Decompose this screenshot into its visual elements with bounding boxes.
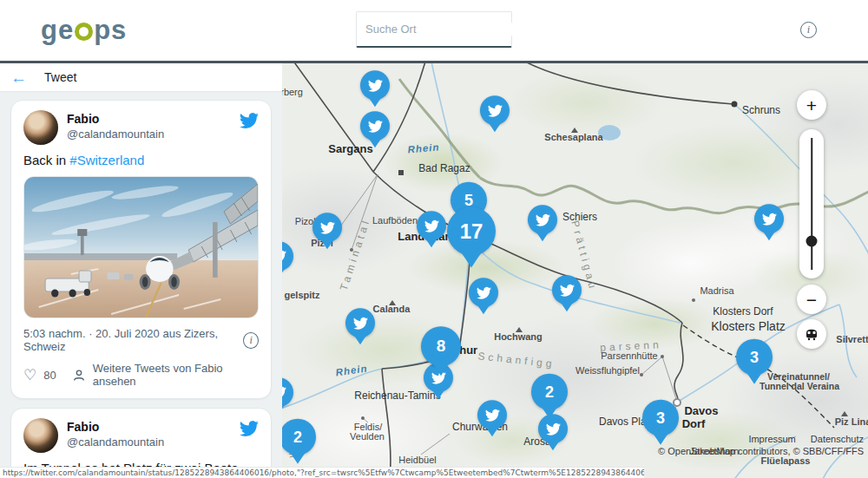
tweet-pin-marker[interactable] [480, 95, 510, 125]
hashtag-link[interactable]: #Switzerland [69, 153, 144, 167]
impressum-link[interactable]: Impressum [748, 434, 795, 444]
map-label: Calanda [373, 304, 411, 314]
map-label: Silvretta [836, 334, 868, 344]
map-label: Weissfluhgipfel [575, 365, 640, 376]
map-label: erberg [282, 87, 303, 97]
tweet-pin-marker[interactable] [345, 308, 375, 337]
map-label: Hochwang [494, 331, 542, 342]
info-button[interactable]: i [800, 22, 817, 38]
cluster-count: 2 [545, 383, 554, 401]
tweet-author-name: Fabio [67, 112, 231, 128]
tweet-pin-marker[interactable] [552, 275, 582, 304]
tweet-pin-marker[interactable] [417, 211, 446, 240]
tweet-sidebar: ← Tweet Fabio @calandamountain Back in #… [0, 63, 282, 478]
tweet-card: Fabio @calandamountain Back in #Switzerl… [10, 100, 272, 399]
link-preview-statusbar: https://twitter.com/calandamountain/stat… [0, 467, 644, 478]
tweet-pin-marker[interactable] [469, 278, 498, 307]
map-canvas[interactable]: erbergSargansRheinBad RagazSchesaplanaSc… [282, 63, 868, 478]
dot-symbol [692, 298, 695, 302]
map-label: Klosters Dorf [713, 305, 773, 318]
tweet-author-handle: @calandamountain [67, 128, 231, 141]
more-tweets-link[interactable]: Weitere Tweets von Fabio ansehen [93, 362, 259, 388]
train-layer-button[interactable] [797, 319, 826, 349]
map-label: Sargans [328, 142, 372, 155]
sidebar-header: ← Tweet [0, 63, 282, 92]
tweet-text: Back in #Switzerland [23, 153, 259, 167]
tweet-cluster-marker[interactable]: 2 [531, 374, 568, 410]
map-label: Reichenau-Tamins [354, 390, 440, 402]
dark-dot-symbol [732, 101, 738, 108]
map-attribution: Impressum Datenschutz © OpenStreetMap co… [658, 434, 864, 456]
cluster-count: 8 [437, 337, 446, 356]
map-label: Schesaplana [544, 132, 602, 142]
cluster-count: 3 [656, 409, 665, 427]
tweet-info-icon[interactable]: i [243, 332, 259, 349]
place-search-box[interactable] [356, 11, 512, 48]
follow-person-icon [72, 368, 86, 383]
train-icon [804, 326, 819, 342]
zoom-out-button[interactable]: − [797, 285, 826, 314]
zoom-slider-handle[interactable] [806, 236, 818, 247]
tweet-cluster-marker[interactable]: 8 [421, 326, 461, 366]
map-label: Madrisa [700, 285, 733, 296]
copyright-text: © OpenStreetMap contributors, © SBB/CFF/… [658, 446, 864, 456]
datenschutz-link[interactable]: Datenschutz [811, 434, 864, 444]
map-label: Bad Ragaz [418, 162, 470, 174]
tweet-pin-marker[interactable] [360, 70, 390, 100]
cluster-count: 2 [293, 428, 302, 446]
zoom-slider[interactable] [799, 129, 824, 278]
cluster-count: 17 [460, 219, 483, 244]
twitter-icon[interactable] [240, 111, 259, 130]
map-label: Tunnel dal Veraina [760, 381, 839, 391]
like-count[interactable]: 80 [43, 369, 56, 382]
app-header: ge ps i [0, 0, 868, 61]
tweet-cluster-marker[interactable]: 17 [447, 207, 496, 256]
logo-text-post: ps [94, 15, 127, 46]
tweet-cluster-marker[interactable]: 3 [736, 339, 773, 376]
map-label: Schruns [742, 104, 780, 116]
map-label: Flüelapass [761, 455, 811, 466]
map-label: Laufböden [372, 215, 418, 226]
logo-text-pre: ge [41, 15, 74, 46]
map-label: Davos [684, 404, 718, 417]
like-heart-icon[interactable]: ♡ [23, 368, 36, 383]
avatar[interactable] [23, 110, 58, 145]
dot-symbol [640, 373, 643, 377]
zoom-in-button[interactable]: + [797, 90, 826, 120]
map-label: Dorf [682, 417, 706, 430]
map-label: Parsennhütte [601, 350, 657, 361]
zoom-slider-track [811, 138, 812, 270]
map-label: Klosters Platz [711, 319, 786, 333]
tweet-pin-marker[interactable] [528, 205, 557, 234]
info-icon: i [800, 22, 817, 38]
map-label: Piz Linard [835, 416, 868, 427]
tweet-author-name: Fabio [67, 420, 231, 435]
dot-symbol [361, 416, 365, 420]
square-symbol [398, 170, 404, 175]
tweet-photo[interactable] [23, 176, 259, 318]
cluster-count: 3 [750, 348, 759, 366]
map-label: Heidbüel [398, 455, 436, 465]
logo-o-ring [75, 23, 93, 41]
sidebar-title: Tweet [44, 70, 76, 84]
map-label: Veulden [350, 431, 385, 442]
search-input[interactable] [365, 23, 518, 36]
map-label: gelspitz [285, 290, 320, 300]
tweet-pin-marker[interactable] [360, 111, 390, 141]
tweet-pin-marker[interactable] [312, 213, 342, 242]
tweet-list: Fabio @calandamountain Back in #Switzerl… [0, 92, 282, 478]
back-arrow-icon[interactable]: ← [10, 69, 27, 86]
avatar[interactable] [23, 418, 58, 453]
tweet-timestamp: 5:03 nachm. · 20. Juli 2020 aus Zizers, … [23, 327, 243, 353]
dot-symbol [661, 355, 664, 358]
twitter-icon[interactable] [240, 419, 259, 438]
tweet-pin-marker[interactable] [477, 400, 507, 429]
tweet-pin-marker[interactable] [754, 204, 784, 233]
tweet-cluster-marker[interactable]: 3 [642, 400, 679, 436]
geops-logo: ge ps [41, 15, 127, 46]
tweet-author-handle: @calandamountain [67, 435, 231, 449]
header-divider [0, 61, 868, 63]
